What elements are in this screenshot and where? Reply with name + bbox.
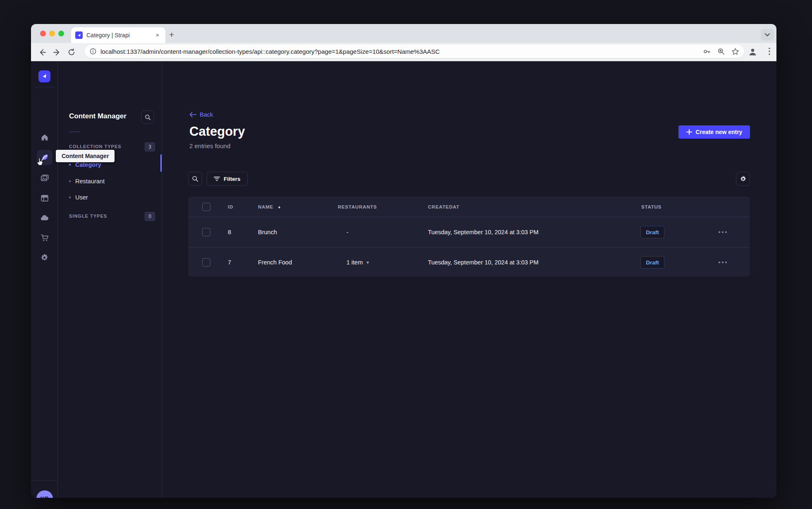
nav-rail: KD bbox=[31, 61, 58, 498]
strapi-favicon-icon bbox=[75, 31, 83, 39]
strapi-app: KD Content Manager COLLECTION TYPES 3 Ca… bbox=[31, 61, 776, 498]
content-manager-subnav: Content Manager COLLECTION TYPES 3 Categ… bbox=[58, 61, 162, 498]
status-badge: Draft bbox=[640, 226, 664, 238]
column-header-name[interactable]: NAME ▲ bbox=[258, 197, 282, 217]
column-header-createdat[interactable]: CREATEDAT bbox=[428, 197, 459, 217]
cell-name: Brunch bbox=[258, 217, 277, 247]
sort-asc-icon: ▲ bbox=[277, 205, 282, 209]
zoom-icon[interactable] bbox=[717, 48, 725, 55]
subnav-divider bbox=[69, 132, 80, 132]
bullet-icon bbox=[69, 164, 71, 166]
subnav-title: Content Manager bbox=[69, 112, 127, 120]
rail-media-library-icon[interactable] bbox=[37, 170, 52, 185]
single-types-label: SINGLE TYPES bbox=[69, 214, 107, 218]
subnav-scrollbar[interactable] bbox=[160, 154, 162, 172]
back-link[interactable]: Back bbox=[189, 111, 213, 118]
collection-types-badge: 3 bbox=[145, 142, 155, 151]
row-checkbox[interactable] bbox=[202, 228, 210, 236]
content-manager-tooltip: Content Manager bbox=[56, 150, 115, 162]
rail-content-type-builder-icon[interactable] bbox=[37, 190, 52, 206]
sidebar-item-restaurant[interactable]: Restaurant bbox=[69, 178, 105, 185]
browser-tab[interactable]: Category | Strapi × bbox=[71, 27, 165, 43]
tab-title: Category | Strapi bbox=[86, 32, 154, 38]
bookmark-star-icon[interactable] bbox=[731, 48, 739, 55]
browser-profile-icon[interactable] bbox=[748, 47, 758, 57]
entries-table: ID NAME ▲ RESTAURANTS CREATEDAT STATUS 8… bbox=[188, 197, 750, 276]
url-bar[interactable]: localhost:1337/admin/content-manager/col… bbox=[85, 45, 744, 58]
browser-window: Category | Strapi × + local bbox=[31, 24, 776, 498]
column-header-restaurants[interactable]: RESTAURANTS bbox=[338, 197, 377, 217]
mouse-cursor-icon bbox=[36, 157, 45, 167]
column-header-status[interactable]: STATUS bbox=[641, 197, 662, 217]
filter-icon bbox=[214, 176, 220, 181]
new-tab-button[interactable]: + bbox=[169, 30, 174, 39]
cell-createdat: Tuesday, September 10, 2024 at 3:03 PM bbox=[428, 217, 539, 247]
tab-strip: Category | Strapi × + bbox=[31, 24, 776, 43]
single-types-badge: 0 bbox=[145, 212, 155, 221]
cell-createdat: Tuesday, September 10, 2024 at 3:03 PM bbox=[428, 247, 539, 277]
table-row[interactable]: 8 Brunch - Tuesday, September 10, 2024 a… bbox=[188, 217, 750, 247]
rail-settings-icon[interactable] bbox=[37, 250, 52, 265]
collection-types-label: COLLECTION TYPES bbox=[69, 144, 122, 149]
password-key-icon[interactable] bbox=[703, 48, 711, 55]
create-new-entry-button[interactable]: Create new entry bbox=[678, 125, 750, 139]
cell-id: 7 bbox=[228, 247, 231, 277]
close-window-button[interactable] bbox=[40, 31, 46, 36]
cell-id: 8 bbox=[228, 217, 231, 247]
table-row[interactable]: 7 French Food 1 item ▼ Tuesday, Septembe… bbox=[188, 247, 750, 277]
status-badge: Draft bbox=[640, 256, 664, 269]
column-header-id[interactable]: ID bbox=[228, 197, 233, 217]
browser-toolbar: localhost:1337/admin/content-manager/col… bbox=[31, 43, 776, 61]
tab-search-chevron-icon[interactable] bbox=[761, 29, 774, 41]
sidebar-item-user[interactable]: User bbox=[69, 194, 88, 201]
cell-name: French Food bbox=[258, 247, 292, 277]
reload-icon[interactable] bbox=[66, 47, 77, 58]
minimize-window-button[interactable] bbox=[49, 31, 55, 36]
plus-icon bbox=[686, 129, 692, 135]
filters-button[interactable]: Filters bbox=[207, 172, 248, 186]
rail-bottom-divider bbox=[31, 480, 58, 481]
rail-marketplace-icon[interactable] bbox=[37, 230, 52, 245]
back-icon[interactable] bbox=[37, 47, 48, 58]
desktop: Category | Strapi × + local bbox=[0, 0, 812, 509]
sidebar-item-category[interactable]: Category bbox=[69, 161, 101, 168]
arrow-left-icon bbox=[189, 112, 196, 118]
entries-count: 2 entries found bbox=[189, 142, 230, 149]
select-all-checkbox[interactable] bbox=[202, 203, 210, 211]
tab-close-icon[interactable]: × bbox=[154, 31, 161, 39]
main-content: Back Category 2 entries found Create new… bbox=[162, 61, 776, 498]
page-title: Category bbox=[189, 124, 245, 139]
row-actions-menu-icon[interactable] bbox=[719, 247, 727, 277]
user-avatar[interactable]: KD bbox=[36, 490, 53, 498]
row-checkbox[interactable] bbox=[202, 258, 210, 267]
page-info-icon[interactable] bbox=[90, 48, 96, 55]
strapi-logo[interactable] bbox=[38, 70, 50, 82]
maximize-window-button[interactable] bbox=[58, 31, 64, 36]
table-search-button[interactable] bbox=[188, 172, 202, 186]
cell-restaurants: - bbox=[346, 217, 349, 247]
rail-cloud-icon[interactable] bbox=[37, 210, 52, 226]
browser-menu-icon[interactable] bbox=[765, 47, 774, 56]
caret-down-icon: ▼ bbox=[366, 260, 370, 265]
url-text: localhost:1337/admin/content-manager/col… bbox=[100, 48, 696, 55]
cell-restaurants-toggle[interactable]: 1 item ▼ bbox=[346, 247, 370, 277]
rail-divider bbox=[35, 87, 54, 87]
bullet-icon bbox=[69, 180, 71, 182]
bullet-icon bbox=[69, 197, 71, 198]
subnav-search-button[interactable] bbox=[141, 110, 154, 124]
row-actions-menu-icon[interactable] bbox=[719, 217, 727, 247]
forward-icon[interactable] bbox=[51, 47, 62, 58]
table-header: ID NAME ▲ RESTAURANTS CREATEDAT STATUS bbox=[188, 197, 750, 217]
rail-home-icon[interactable] bbox=[37, 130, 52, 145]
view-settings-button[interactable] bbox=[736, 172, 750, 186]
